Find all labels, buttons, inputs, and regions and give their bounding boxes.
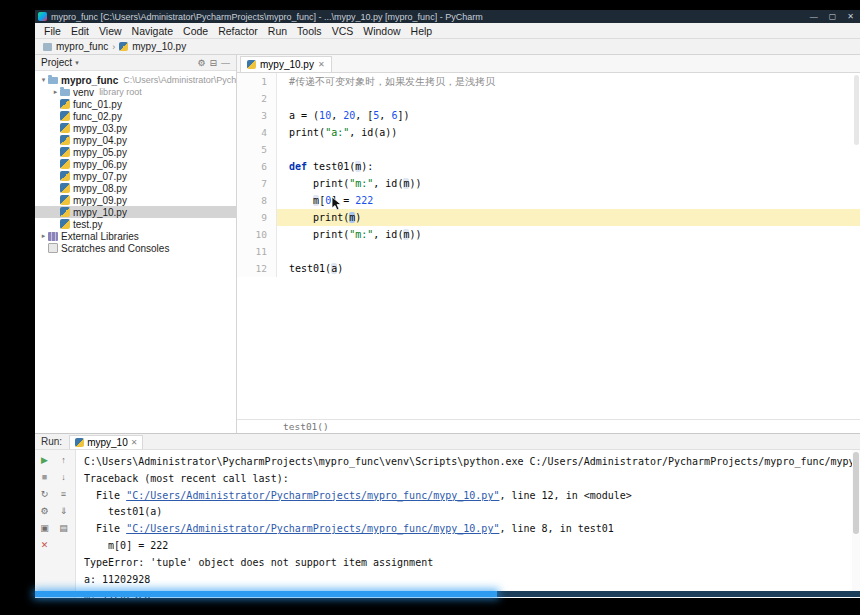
print-icon[interactable]: ▤ [57, 522, 70, 535]
python-icon [60, 183, 70, 193]
code-text[interactable] [277, 141, 860, 158]
tree-item-mypy-08-py[interactable]: mypy_08.py [35, 182, 236, 194]
code-text[interactable] [277, 90, 860, 107]
code-text[interactable]: print(m) [277, 209, 860, 226]
collapse-all-icon[interactable]: ⊟ [209, 58, 217, 68]
line-number[interactable]: 8 [237, 192, 277, 209]
tab-run-mypy_10[interactable]: mypy_10 ✕ [69, 435, 143, 449]
tree-item-venv[interactable]: ▸venvlibrary root [35, 86, 236, 98]
close-icon[interactable]: ✕ [38, 539, 51, 552]
line-number[interactable]: 2 [237, 90, 277, 107]
code-text[interactable] [277, 243, 860, 260]
scrollbar-thumb[interactable] [853, 452, 859, 534]
scroll-to-end-icon[interactable]: ⇓ [57, 505, 70, 518]
tab-mypy_10-py[interactable]: mypy_10.py ✕ [240, 56, 332, 72]
pycharm-logo-icon [38, 12, 47, 21]
close-tab-icon[interactable]: ✕ [131, 438, 138, 447]
menu-window[interactable]: Window [358, 25, 405, 37]
menu-navigate[interactable]: Navigate [127, 25, 178, 37]
menu-help[interactable]: Help [406, 25, 438, 37]
pycharm-window: mypro_func [C:\Users\Administrator\Pycha… [35, 10, 860, 598]
soft-wrap-icon[interactable]: ≡ [57, 488, 70, 501]
rerun-icon[interactable]: ▶ [38, 454, 51, 467]
code-text[interactable]: print("a:", id(a)) [277, 124, 860, 141]
maximize-button[interactable]: ▢ [829, 12, 837, 21]
tree-item-func-02-py[interactable]: func_02.py [35, 110, 236, 122]
console-line: m[0] = 222 [84, 538, 852, 555]
menu-file[interactable]: File [39, 25, 66, 37]
tree-item-mypy-07-py[interactable]: mypy_07.py [35, 170, 236, 182]
close-tab-icon[interactable]: ✕ [318, 60, 325, 69]
restart-icon[interactable]: ↻ [38, 488, 51, 501]
code-text[interactable]: m[0] = 222 [277, 192, 860, 209]
code-text[interactable]: print("m:", id(m)) [277, 226, 860, 243]
expand-arrow-icon[interactable]: ▸ [51, 88, 60, 96]
close-button[interactable]: ✕ [847, 12, 854, 21]
tree-item-mypy-06-py[interactable]: mypy_06.py [35, 158, 236, 170]
breadcrumb-file[interactable]: mypy_10.py [132, 41, 186, 52]
editor-scrollbar[interactable] [854, 75, 859, 145]
settings-gear-icon[interactable]: ⚙ [197, 58, 205, 68]
menu-edit[interactable]: Edit [66, 25, 94, 37]
console-line: File "C:/Users/Administrator/PycharmProj… [84, 488, 852, 505]
pin-icon[interactable]: ▣ [38, 522, 51, 535]
line-number[interactable]: 1 [237, 73, 277, 90]
tree-item-scratches-and-consoles[interactable]: Scratches and Consoles [35, 242, 236, 254]
code-editor[interactable]: 1#传递不可变对象时，如果发生拷贝，是浅拷贝23a = (10, 20, [5,… [237, 73, 860, 419]
breadcrumb-project[interactable]: mypro_func [56, 41, 108, 52]
chevron-down-icon[interactable]: ▾ [75, 59, 79, 67]
code-text[interactable]: print("m:", id(m)) [277, 175, 860, 192]
run-toolbar: ▶■↻⚙▣✕ ↑↓≡⇓▤ [35, 450, 76, 598]
stack-trace-link[interactable]: "C:/Users/Administrator/PycharmProjects/… [126, 490, 499, 501]
console-scrollbar[interactable] [852, 450, 860, 598]
tree-item-mypy-10-py[interactable]: mypy_10.py [35, 206, 236, 218]
project-panel-title[interactable]: Project [41, 57, 72, 68]
line-number[interactable]: 9 [237, 209, 277, 226]
menu-tools[interactable]: Tools [292, 25, 327, 37]
menu-code[interactable]: Code [178, 25, 213, 37]
run-panel: Run: mypy_10 ✕ ▶■↻⚙▣✕ ↑↓≡⇓▤ C:\Users\Adm… [35, 433, 860, 598]
menu-vcs[interactable]: VCS [327, 25, 359, 37]
tree-item-mypro-func[interactable]: ▾mypro_funcC:\Users\Administrator\Pychar… [35, 74, 236, 86]
line-number[interactable]: 11 [237, 243, 277, 260]
code-text[interactable]: test01(a) [277, 260, 860, 277]
hide-panel-icon[interactable]: — [221, 58, 230, 68]
menu-view[interactable]: View [94, 25, 127, 37]
line-number[interactable]: 12 [237, 260, 277, 277]
tree-item-mypy-05-py[interactable]: mypy_05.py [35, 146, 236, 158]
menu-refactor[interactable]: Refactor [213, 25, 263, 37]
line-number[interactable]: 4 [237, 124, 277, 141]
console-line: File "C:/Users/Administrator/PycharmProj… [84, 521, 852, 538]
line-number[interactable]: 10 [237, 226, 277, 243]
minimize-button[interactable]: — [810, 12, 818, 21]
tree-item-label: venv [73, 87, 94, 98]
tree-item-test-py[interactable]: test.py [35, 218, 236, 230]
line-number[interactable]: 7 [237, 175, 277, 192]
tree-item-mypy-03-py[interactable]: mypy_03.py [35, 122, 236, 134]
expand-arrow-icon[interactable]: ▸ [39, 232, 48, 240]
project-icon [43, 43, 52, 51]
up-stack-trace-icon[interactable]: ↑ [57, 454, 70, 467]
tree-item-label: test.py [73, 219, 102, 230]
expand-arrow-icon[interactable]: ▾ [39, 76, 48, 84]
settings-gear-icon[interactable]: ⚙ [38, 505, 51, 518]
line-number[interactable]: 3 [237, 107, 277, 124]
tree-item-label: mypy_10.py [73, 207, 127, 218]
titlebar[interactable]: mypro_func [C:\Users\Administrator\Pycha… [35, 10, 860, 23]
menu-run[interactable]: Run [263, 25, 292, 37]
down-stack-trace-icon[interactable]: ↓ [57, 471, 70, 484]
tree-item-external-libraries[interactable]: ▸External Libraries [35, 230, 236, 242]
tree-item-mypy-09-py[interactable]: mypy_09.py [35, 194, 236, 206]
video-progress-bar[interactable] [35, 591, 860, 597]
line-number[interactable]: 5 [237, 141, 277, 158]
line-number[interactable]: 6 [237, 158, 277, 175]
stack-trace-link[interactable]: "C:/Users/Administrator/PycharmProjects/… [126, 523, 499, 534]
stop-icon[interactable]: ■ [38, 471, 51, 484]
tree-item-mypy-04-py[interactable]: mypy_04.py [35, 134, 236, 146]
python-file-icon [247, 60, 256, 69]
code-text[interactable]: def test01(m): [277, 158, 860, 175]
tree-item-func-01-py[interactable]: func_01.py [35, 98, 236, 110]
code-text[interactable]: a = (10, 20, [5, 6]) [277, 107, 860, 124]
code-text[interactable]: #传递不可变对象时，如果发生拷贝，是浅拷贝 [277, 73, 860, 90]
console-output[interactable]: C:\Users\Administrator\PycharmProjects\m… [76, 450, 852, 598]
